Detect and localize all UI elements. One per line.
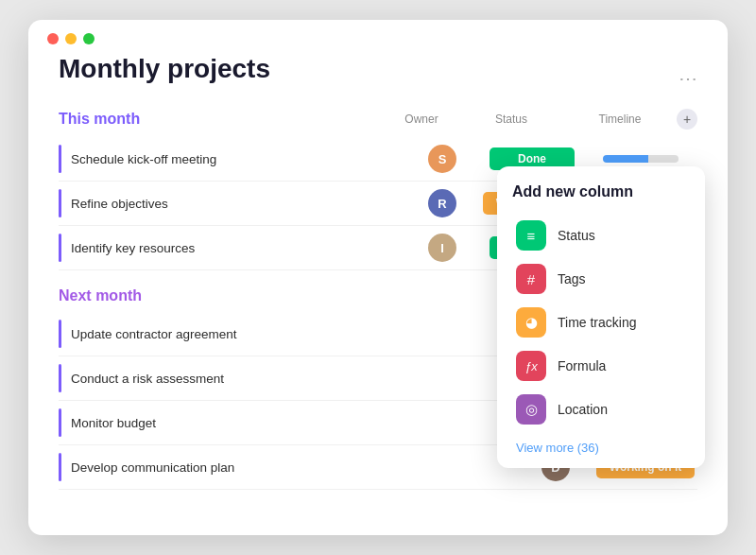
task-name: Monitor budget xyxy=(71,416,518,430)
row-accent xyxy=(59,320,61,348)
maximize-dot[interactable] xyxy=(83,33,94,44)
dropdown-item-label: Location xyxy=(558,402,608,417)
minimize-dot[interactable] xyxy=(65,33,77,44)
dropdown-item-status[interactable]: ≡ Status xyxy=(512,214,690,257)
close-dot[interactable] xyxy=(47,33,59,44)
timeline-bar xyxy=(603,155,679,163)
row-accent xyxy=(59,189,61,217)
task-name: Identify key resources xyxy=(71,241,404,255)
this-month-title: This month xyxy=(59,111,384,128)
dropdown-item-location[interactable]: ◎ Location xyxy=(512,388,690,431)
view-more-link[interactable]: View more (36) xyxy=(512,441,690,455)
avatar: I xyxy=(428,234,456,262)
row-accent xyxy=(59,364,61,392)
dropdown-item-formula[interactable]: ƒx Formula xyxy=(512,344,690,388)
add-column-dropdown: Add new column ≡ Status # Tags ◕ Time tr… xyxy=(497,166,705,468)
task-name: Update contractor agreement xyxy=(71,327,518,341)
task-owner: I xyxy=(404,234,480,262)
next-month-title: Next month xyxy=(59,287,518,304)
task-name: Conduct a risk assessment xyxy=(71,372,518,386)
app-window: Monthly projects ⋯ This month Owner Stat… xyxy=(28,20,728,535)
time-tracking-icon: ◕ xyxy=(516,307,546,338)
owner-col-header: Owner xyxy=(384,113,459,126)
timeline-col-header: Timeline xyxy=(563,113,677,126)
dropdown-title: Add new column xyxy=(512,183,690,200)
task-name: Refine objectives xyxy=(71,197,404,211)
this-month-section-header: This month Owner Status Timeline + xyxy=(59,109,697,130)
status-col-header: Status xyxy=(459,113,563,126)
title-bar xyxy=(28,20,728,44)
task-owner: R xyxy=(404,189,480,217)
dropdown-item-label: Tags xyxy=(558,271,586,286)
task-owner: S xyxy=(404,145,480,173)
page-title: Monthly projects xyxy=(59,54,270,84)
dropdown-item-label: Time tracking xyxy=(558,315,637,330)
add-column-button[interactable]: + xyxy=(677,109,697,130)
avatar: R xyxy=(428,189,456,217)
row-accent xyxy=(59,234,61,262)
location-icon: ◎ xyxy=(516,394,546,425)
dropdown-item-time-tracking[interactable]: ◕ Time tracking xyxy=(512,301,690,344)
row-accent xyxy=(59,408,61,437)
status-icon: ≡ xyxy=(516,220,546,251)
dropdown-item-label: Status xyxy=(558,228,595,243)
task-timeline xyxy=(584,155,697,163)
task-name: Schedule kick-off meeting xyxy=(71,152,404,166)
row-accent xyxy=(59,145,61,173)
tags-icon: # xyxy=(516,264,546,294)
dropdown-item-label: Formula xyxy=(558,358,606,373)
task-name: Develop communication plan xyxy=(71,460,518,475)
more-options-icon[interactable]: ⋯ xyxy=(679,67,697,90)
dropdown-item-tags[interactable]: # Tags xyxy=(512,257,690,301)
formula-icon: ƒx xyxy=(516,351,546,381)
row-accent xyxy=(59,453,61,481)
avatar: S xyxy=(428,145,456,173)
